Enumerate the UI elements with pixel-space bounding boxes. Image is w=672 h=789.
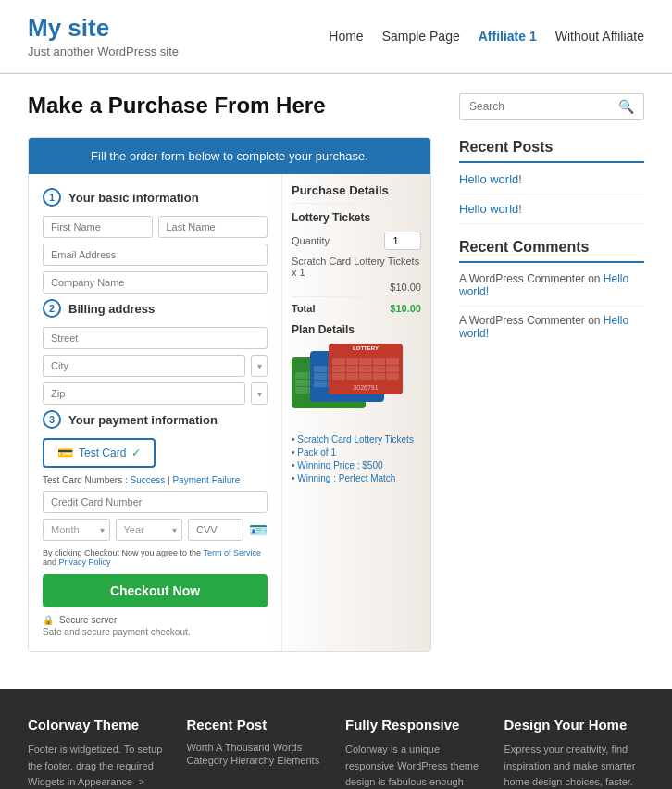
step3-header: 3 Your payment information	[43, 410, 268, 429]
purchase-header: Fill the order form below to complete yo…	[29, 138, 430, 174]
step1-circle: 1	[43, 188, 61, 207]
plan-bullet-1: • Pack of 1	[292, 447, 421, 457]
step2-circle: 2	[43, 299, 61, 318]
step1-label: Your basic information	[68, 191, 199, 205]
purchase-body: 1 Your basic information 2 Billing addre…	[29, 174, 430, 651]
footer-recent-post-1[interactable]: Category Hierarchy Elements	[187, 755, 328, 766]
plan-bullets: • Scratch Card Lottery Tickets • Pack of…	[292, 434, 421, 483]
site-description: Just another WordPress site	[28, 44, 179, 58]
payment-failure-link[interactable]: Payment Failure	[172, 475, 240, 485]
terms-text: By clicking Checkout Now you agree to th…	[43, 548, 268, 567]
main-wrapper: Make a Purchase From Here Fill the order…	[0, 74, 672, 670]
test-card-text: Test Card Numbers : Success | Payment Fa…	[43, 475, 268, 485]
ticket-red-grid	[329, 355, 403, 383]
secure-row: 🔒 Secure server	[43, 615, 268, 625]
comment-0: A WordPress Commenter on Hello world!	[459, 272, 644, 298]
footer-col-3-title: Design Your Home	[504, 717, 645, 733]
zip-input[interactable]	[43, 382, 245, 405]
item-name: Scratch Card Lottery Tickets x 1	[292, 256, 421, 278]
last-name-input[interactable]	[158, 216, 268, 238]
content-area: Make a Purchase From Here Fill the order…	[28, 93, 431, 652]
footer-recent-post-0[interactable]: Worth A Thousand Words	[187, 742, 328, 753]
privacy-policy-link[interactable]: Privacy Policy	[59, 557, 111, 567]
footer-col-2-text: Colorway is a unique responsive WordPres…	[345, 742, 486, 789]
zip-row: -	[43, 382, 268, 405]
total-label: Total	[292, 303, 315, 314]
street-input[interactable]	[43, 327, 268, 349]
site-header: My site Just another WordPress site Home…	[0, 0, 672, 73]
nav-affiliate1[interactable]: Affiliate 1	[479, 29, 537, 44]
site-nav: Home Sample Page Affiliate 1 Without Aff…	[329, 29, 644, 44]
purchase-details: Purchase Details Lottery Tickets Quantit…	[282, 174, 430, 651]
site-title-link[interactable]: My site	[28, 14, 109, 42]
footer-content: Colorway Theme Footer is widgetized. To …	[0, 689, 672, 789]
nav-without-affiliate[interactable]: Without Affiliate	[555, 29, 644, 44]
lottery-title: Lottery Tickets	[292, 211, 421, 224]
page-title: Make a Purchase From Here	[28, 93, 431, 119]
step1-header: 1 Your basic information	[43, 188, 268, 207]
secure-label: Secure server	[59, 615, 117, 625]
footer-col-2-title: Fully Responsive	[345, 717, 486, 733]
city-country-row: Country	[43, 355, 268, 377]
check-icon: ✓	[131, 446, 141, 459]
city-input[interactable]	[43, 355, 245, 377]
card-back-icon: 🪪	[249, 521, 268, 539]
quantity-label: Quantity	[292, 235, 330, 246]
credit-card-icon: 💳	[57, 445, 73, 460]
site-footer: Colorway Theme Footer is widgetized. To …	[0, 689, 672, 789]
payment-button-label: Test Card	[79, 446, 126, 459]
footer-col-0-title: Colorway Theme	[28, 717, 168, 733]
recent-post-1[interactable]: Hello world!	[459, 202, 644, 216]
payment-row: Month Year 🪪	[43, 519, 268, 541]
recent-post-0[interactable]: Hello world!	[459, 172, 644, 186]
year-select[interactable]: Year	[116, 519, 183, 541]
checkout-button[interactable]: Checkout Now	[43, 574, 268, 607]
cvv-input[interactable]	[188, 519, 243, 541]
item-price-row: $10.00	[292, 282, 421, 293]
success-link[interactable]: Success	[130, 475, 165, 485]
search-widget: 🔍	[459, 93, 644, 120]
post-divider	[459, 194, 644, 194]
nav-home[interactable]: Home	[329, 29, 363, 44]
ticket-barcode: 3026791	[329, 383, 403, 392]
comment-1: A WordPress Commenter on Hello world!	[459, 314, 644, 340]
step3-label: Your payment information	[68, 413, 218, 427]
year-select-wrapper: Year	[116, 519, 183, 541]
secure-sub-text: Safe and secure payment checkout.	[43, 627, 268, 637]
company-input[interactable]	[43, 271, 268, 294]
purchase-details-title: Purchase Details	[292, 183, 421, 204]
plan-bullet-3: • Winning : Perfect Match	[292, 473, 421, 483]
terms-of-service-link[interactable]: Term of Service	[203, 548, 261, 557]
name-row	[43, 216, 268, 238]
footer-col-1: Recent Post Worth A Thousand Words Categ…	[187, 717, 328, 789]
email-input[interactable]	[43, 244, 268, 266]
dash-select[interactable]: -	[251, 382, 268, 405]
search-input[interactable]	[469, 100, 618, 113]
footer-col-2: Fully Responsive Colorway is a unique re…	[345, 717, 486, 789]
country-select-wrapper: Country	[251, 355, 268, 377]
quantity-row: Quantity	[292, 232, 421, 250]
footer-grid: Colorway Theme Footer is widgetized. To …	[28, 717, 644, 789]
footer-col-1-title: Recent Post	[187, 717, 328, 733]
footer-col-3-text: Express your creativity, find inspiratio…	[504, 742, 645, 789]
first-name-input[interactable]	[43, 216, 153, 238]
step3-circle: 3	[43, 410, 61, 429]
ticket-red: LOTTERY 3026791	[329, 344, 403, 394]
search-icon[interactable]: 🔍	[618, 99, 634, 114]
post-divider-2	[459, 223, 644, 224]
plan-bullet-0: • Scratch Card Lottery Tickets	[292, 434, 421, 445]
step2-label: Billing address	[68, 302, 155, 316]
site-branding: My site Just another WordPress site	[28, 14, 179, 58]
plan-details-title: Plan Details	[292, 323, 421, 336]
item-row: Scratch Card Lottery Tickets x 1	[292, 256, 421, 278]
nav-sample-page[interactable]: Sample Page	[382, 29, 460, 44]
month-select[interactable]: Month	[43, 519, 110, 541]
recent-posts-title: Recent Posts	[459, 139, 644, 163]
country-select[interactable]: Country	[251, 355, 268, 377]
tickets-visual: LOTTERY LOTTERY	[292, 344, 421, 427]
quantity-input[interactable]	[384, 232, 421, 250]
card-number-input[interactable]	[43, 491, 268, 513]
footer-col-0-text: Footer is widgetized. To setup the foote…	[28, 742, 168, 789]
payment-method-button[interactable]: 💳 Test Card ✓	[43, 438, 156, 468]
total-row: Total $10.00	[292, 296, 421, 314]
